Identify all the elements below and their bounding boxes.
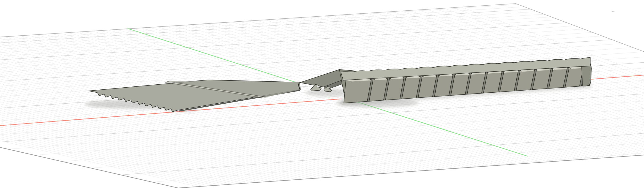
viewport-canvas[interactable] xyxy=(0,0,644,188)
cad-viewport[interactable] xyxy=(0,0,644,188)
